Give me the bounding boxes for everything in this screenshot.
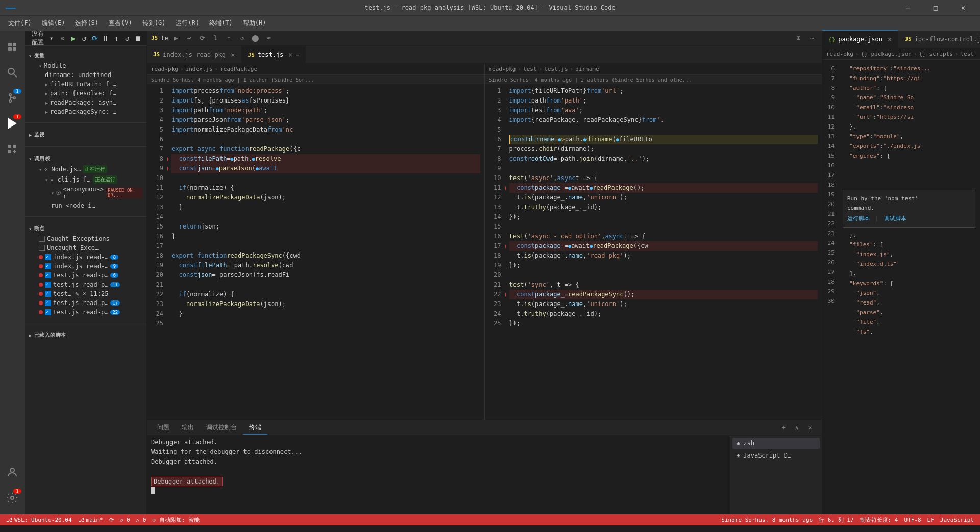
debug-gear-button[interactable]: ⚙ [58,32,67,44]
panel-tab-debug-console[interactable]: 调试控制台 [200,421,243,434]
menu-help[interactable]: 帮助(H) [239,17,271,30]
tab-index-js[interactable]: JS index.js read-pkg × [147,46,242,63]
tab-test-js-close[interactable]: × [288,50,292,59]
activity-explorer[interactable] [0,35,24,59]
activity-debug[interactable]: 1 [0,111,24,136]
bp-test-11[interactable]: test.js read-p… 11 [24,280,146,289]
menu-select[interactable]: 选择(S) [71,17,103,30]
bp-check-1[interactable] [45,254,51,260]
callstack-cli[interactable]: ▾ ✧ cli.js [… 正在运行 [24,174,146,185]
status-language[interactable]: JavaScript [937,514,977,525]
debug-config[interactable]: 没有配置 ▾ [29,31,56,48]
status-sync[interactable]: ⟳ [106,514,117,525]
minimize-button[interactable]: − [896,0,920,15]
caught-exceptions[interactable]: Caught Exceptions [24,234,146,243]
tab-test-js[interactable]: JS test.js × ⋯ [242,46,306,63]
more-btn[interactable]: ⋯ [806,33,818,44]
status-auto-attach[interactable]: ⊕ 自动附加: 智能 [149,514,203,525]
debug-step-into-btn[interactable]: ⤵ [210,33,222,44]
callstack-anon[interactable]: ▾ <anonymous> r PAUSED ON BR... [24,185,146,201]
terminal-item-zsh[interactable]: ⊞ zsh [732,438,820,449]
bp-check-7[interactable] [45,309,51,315]
uncaught-checkbox[interactable] [39,245,45,251]
menu-view[interactable]: 查看(V) [105,17,136,30]
package-json-close[interactable]: × [888,35,892,43]
tab-package-json[interactable]: {} package.json × [822,30,898,48]
loaded-scripts-title[interactable]: ▶ 已载入的脚本 [24,330,146,341]
debug-stop[interactable]: ⏹ [134,32,142,44]
bp-check-4[interactable] [45,282,51,288]
debug-step-over-btn[interactable]: ⟳ [197,33,208,44]
bp-test-22[interactable]: test.js read-p… 22 [24,308,146,317]
activity-source-control[interactable]: 1 [0,86,24,110]
sidebar-path[interactable]: ▶ path: {resolve: f… [24,89,146,98]
debug-pause[interactable]: ⏸ [102,32,110,44]
status-wsl[interactable]: ⎇ WSL: Ubuntu-20.04 [3,514,75,525]
sidebar-readpackagesync[interactable]: ▶ readPackageSync: … [24,107,146,116]
run-script-link[interactable]: 运行脚本 [847,215,870,222]
bp-index-9[interactable]: index.js read-… 9 [24,262,146,271]
debug-step-over[interactable]: ↺ [80,32,88,44]
bp-test-17[interactable]: test.js read-p… 17 [24,298,146,308]
status-line-col[interactable]: 行 6, 列 17 [816,514,856,525]
bp-test-edit[interactable]: test… ✎ × 11:25 [24,289,146,298]
panel-tab-problems[interactable]: 问题 [151,421,176,434]
tab-index-js-close[interactable]: × [231,50,235,59]
activity-settings[interactable]: 1 [0,486,24,510]
terminal-content[interactable]: Debugger attached. Waiting for the debug… [147,436,730,514]
panel-close-btn[interactable]: × [804,422,816,434]
close-button[interactable]: × [951,0,975,15]
panel-tab-terminal[interactable]: 终端 [243,421,267,434]
callstack-title[interactable]: ▾ 调用栈 [24,153,146,164]
activity-accounts[interactable] [0,460,24,485]
bp-check-5[interactable] [45,291,51,297]
breakpoints-title[interactable]: ▾ 断点 [24,223,146,234]
debug-start-button[interactable]: ▶ [69,32,78,44]
status-git-blame[interactable]: Sindre Sorhus, 8 months ago [718,514,816,525]
bp-test-6[interactable]: test.js read-p… 6 [24,271,146,280]
debug-restart[interactable]: ↺ [123,32,132,44]
panel-collapse-btn[interactable]: ∧ [791,422,802,434]
terminal-item-js-debug[interactable]: ⊞ JavaScript D… [732,450,820,461]
callstack-nodejs[interactable]: ▾ ✧ Node.js… 正在运行 [24,164,146,174]
bp-check-6[interactable] [45,300,51,306]
variables-section-title[interactable]: ▾ 变量 [24,50,146,61]
maximize-button[interactable]: □ [924,0,947,15]
menu-run[interactable]: 运行(R) [172,17,203,30]
status-indent[interactable]: 制表符长度: 4 [857,514,901,525]
debug-run-btn[interactable]: ▶ [170,33,182,44]
menu-terminal[interactable]: 终端(T) [205,17,237,30]
debug-stop-btn[interactable]: ⬤ [250,33,261,44]
debug-disconnect-btn[interactable]: ⚭ [263,33,275,44]
debug-step-over-2[interactable]: ⟳ [90,32,99,44]
debug-script-link[interactable]: 调试脚本 [884,215,906,222]
uncaught-exceptions[interactable]: Uncaught Exce… [24,243,146,252]
sidebar-module[interactable]: ▾ Module [24,61,146,70]
tab-ipc-flow[interactable]: JS ipc-flow-control.js ⋯ [898,30,980,48]
debug-continue-btn[interactable]: ↩ [184,33,195,44]
debug-step-into[interactable]: ↑ [112,32,121,44]
panel-tab-output[interactable]: 输出 [176,421,200,434]
menu-edit[interactable]: 编辑(E) [38,17,69,30]
status-branch[interactable]: ⎇ main* [75,514,106,525]
panel-add-btn[interactable]: + [778,422,789,434]
sidebar-dirname[interactable]: dirname: undefined [24,70,146,80]
activity-extensions[interactable] [0,137,24,161]
activity-search[interactable] [0,60,24,85]
monitoring-title[interactable]: ▶ 监视 [24,129,146,140]
callstack-run[interactable]: run <node-i… [24,201,146,210]
menu-file[interactable]: 文件(F) [4,17,36,30]
sidebar-fileurltopath[interactable]: ▶ fileURLToPath: f … [24,80,146,89]
tab-more[interactable]: ⋯ [296,52,300,58]
split-editor-btn[interactable]: ⊞ [793,33,804,44]
status-eol[interactable]: LF [924,514,937,525]
status-encoding[interactable]: UTF-8 [901,514,924,525]
bp-index-8[interactable]: index.js read-… 8 [24,252,146,262]
debug-step-out-btn[interactable]: ↑ [224,33,235,44]
bp-check-3[interactable] [45,272,51,278]
bp-check-2[interactable] [45,263,51,269]
debug-restart-btn[interactable]: ↺ [237,33,248,44]
caught-checkbox[interactable] [39,236,45,242]
sidebar-readpackage[interactable]: ▶ readPackage: asyn… [24,98,146,107]
menu-goto[interactable]: 转到(G) [138,17,170,30]
